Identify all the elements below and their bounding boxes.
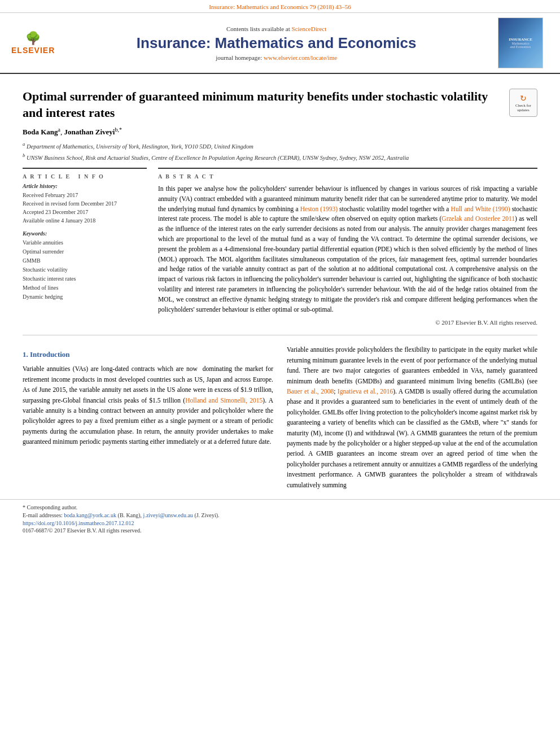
check-updates-badge: ↻ Check for updates [509, 89, 537, 117]
bauer-ref[interactable]: Bauer et al., 2008 [287, 388, 334, 395]
ignatieva-ref[interactable]: Ignatieva et al., 2016 [338, 388, 393, 395]
email-line: E-mail addresses: boda.kang@york.ac.uk (… [23, 512, 537, 518]
article-history-group: Article history: Received February 2017 … [23, 183, 147, 225]
corresponding-note: * Corresponding author. [23, 504, 537, 510]
accepted-date: Accepted 23 December 2017 [23, 208, 147, 216]
article-info-abstract-section: A R T I C L E I N F O Article history: R… [23, 168, 537, 326]
hull-white-ref[interactable]: Hull and White (1990) [451, 206, 510, 212]
online-date: Available online 4 January 2018 [23, 216, 147, 225]
body-right: Variable annuities provide policyholders… [287, 344, 537, 490]
keyword-6: Method of lines [23, 283, 147, 292]
keyword-4: Stochastic volatility [23, 265, 147, 274]
revised-date: Received in revised form December 2017 [23, 199, 147, 208]
header-right: INSURANCE Mathematics and Economics [498, 18, 549, 68]
introduction-heading: 1. Introduction [23, 350, 273, 359]
intro-paragraph-right: Variable annuities provide policyholders… [287, 344, 537, 490]
keyword-7: Dynamic hedging [23, 292, 147, 302]
keywords-list: Variable annuities Optimal surrender GMM… [23, 238, 147, 302]
article-info-label: A R T I C L E I N F O [23, 173, 147, 180]
email2-link[interactable]: j.ziveyi@unsw.edu.au [143, 512, 193, 518]
elsevier-logo: 🌳 ELSEVIER [11, 31, 55, 55]
author-boda-kang: Boda Kang [23, 128, 58, 137]
article-history-label: Article history: [23, 183, 147, 189]
homepage-url[interactable]: www.elsevier.com/locate/ime [264, 54, 337, 61]
keywords-group: Keywords: Variable annuities Optimal sur… [23, 230, 147, 302]
header-section: 🌳 ELSEVIER Contents lists available at S… [0, 13, 560, 74]
option-text: option [399, 215, 415, 222]
journal-citation: Insurance: Mathematics and Economics 79 … [209, 3, 351, 10]
header-center: Contents lists available at ScienceDirec… [55, 25, 498, 61]
journal-title-header: Insurance: Mathematics and Economics [55, 34, 498, 52]
journal-homepage: journal homepage: www.elsevier.com/locat… [55, 54, 498, 61]
issn-line: 0167-6687/© 2017 Elsevier B.V. All right… [23, 527, 537, 534]
received-date: Received February 2017 [23, 191, 147, 199]
body-left: 1. Introduction Variable annuities (VAs)… [23, 344, 273, 490]
email-label: E-mail addresses: [23, 512, 63, 518]
keyword-3: GMMB [23, 256, 147, 265]
author-jonathan-ziveyi: Jonathan Ziveyi [64, 128, 115, 137]
article-title: Optimal surrender of guaranteed minimum … [23, 89, 501, 121]
keyword-1: Variable annuities [23, 238, 147, 247]
footer-section: * Corresponding author. E-mail addresses… [0, 499, 560, 538]
contents-line: Contents lists available at ScienceDirec… [55, 25, 498, 32]
keyword-2: Optimal surrender [23, 247, 147, 256]
keyword-5: Stochastic interest rates [23, 274, 147, 283]
elsevier-brand-text: ELSEVIER [11, 46, 55, 55]
grzelak-ref[interactable]: Grzelak and Oosterlee 2011 [441, 215, 515, 222]
body-two-col: 1. Introduction Variable annuities (VAs)… [23, 344, 537, 490]
science-direct-link[interactable]: ScienceDirect [292, 25, 327, 32]
keywords-label: Keywords: [23, 230, 147, 237]
holland-ref[interactable]: Holland and Simonelli, 2015 [185, 397, 262, 404]
email1-author: (B. Kang), [118, 512, 142, 518]
section-divider [23, 335, 537, 335]
main-content: Optimal surrender of guaranteed minimum … [0, 74, 560, 499]
elsevier-tree-icon: 🌳 [25, 31, 41, 46]
journal-top-bar: Insurance: Mathematics and Economics 79 … [0, 0, 560, 13]
right-col: A B S T R A C T In this paper we analyse… [158, 168, 537, 326]
authors-line: Boda Kanga, Jonathan Ziveyib,* [23, 126, 537, 137]
email2-author: (J. Ziveyi). [194, 512, 219, 518]
abstract-section: A B S T R A C T In this paper we analyse… [158, 168, 537, 326]
article-title-section: Optimal surrender of guaranteed minimum … [23, 89, 537, 121]
article-info-box: A R T I C L E I N F O Article history: R… [23, 168, 147, 302]
left-col: A R T I C L E I N F O Article history: R… [23, 168, 147, 326]
heston-ref[interactable]: Heston (1993) [300, 206, 338, 212]
affiliation-b: b UNSW Business School, Risk and Actuari… [23, 152, 537, 162]
affiliations: a Department of Mathematics, University … [23, 141, 537, 162]
copyright-line: © 2017 Elsevier B.V. All rights reserved… [158, 319, 537, 326]
intro-paragraph-left: Variable annuities (VAs) are long-dated … [23, 364, 273, 447]
doi-line[interactable]: https://doi.org/10.1016/j.insmatheco.201… [23, 520, 537, 526]
email1-link[interactable]: boda.kang@york.ac.uk [64, 512, 116, 518]
journal-cover-image: INSURANCE Mathematics and Economics [498, 18, 543, 68]
affiliation-a: a Department of Mathematics, University … [23, 141, 537, 151]
header-left: 🌳 ELSEVIER [11, 31, 55, 55]
abstract-text: In this paper we analyse how the policyh… [158, 184, 537, 315]
abstract-title: A B S T R A C T [158, 173, 537, 180]
